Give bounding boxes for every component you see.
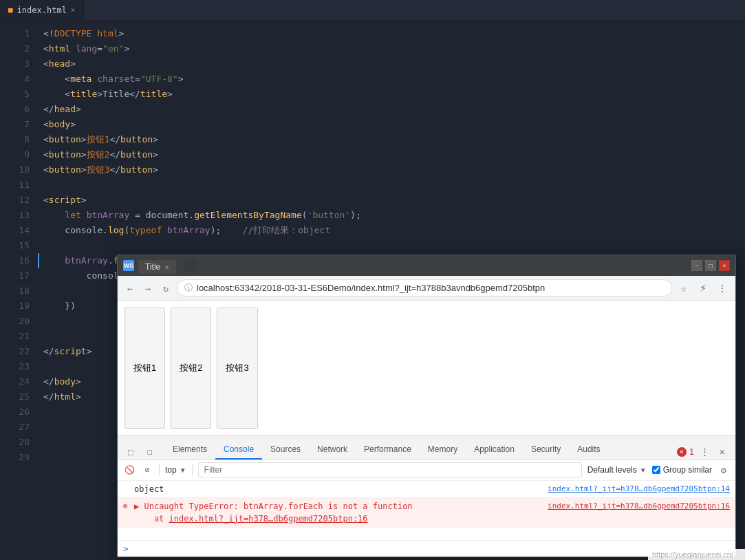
error-badge-icon: ✕ <box>677 447 687 457</box>
devtools-more-icon[interactable]: ⋮ <box>697 444 712 460</box>
level-selector[interactable]: Default levels ▼ <box>587 465 647 475</box>
page-content: 按钮1 按钮2 按钮3 <box>118 301 735 435</box>
browser-window: WS Title × − □ × ← → ↻ ⓘ ☆ ⚡ ⋮ 按钮1 按钮2 按… <box>117 255 736 557</box>
code-line: </head> <box>38 102 745 117</box>
toolbar-divider2 <box>192 464 193 476</box>
code-line: <button>按钮2</button> <box>38 147 745 162</box>
devtools-left-controls: ⬚ ☐ <box>123 444 158 460</box>
watermark: https://yueqianjuecei.cn/… <box>648 549 745 560</box>
error-source-link[interactable]: index.html?_ijt=h378…db6gpemd7205btpn:16 <box>548 500 730 513</box>
console-prompt-icon: > <box>123 543 129 554</box>
console-error-line: ⊗ ▶ Uncaught TypeError: btnArray.forEach… <box>118 498 735 528</box>
context-dropdown-icon: ▼ <box>180 466 186 474</box>
context-label: top <box>165 465 177 475</box>
page-button-2[interactable]: 按钮2 <box>171 308 211 429</box>
devtools-panel: ⬚ ☐ Elements Console Sources Network Per… <box>118 435 735 557</box>
error-badge: ✕ 1 <box>677 447 694 457</box>
code-line: <script> <box>38 193 745 208</box>
restore-button[interactable]: □ <box>705 260 716 271</box>
ssl-icon: ⓘ <box>184 282 193 294</box>
devtools-close-icon[interactable]: ✕ <box>715 444 730 460</box>
page-button-1[interactable]: 按钮1 <box>125 308 165 429</box>
clear-console-icon[interactable]: 🚫 <box>123 464 136 476</box>
tab-application[interactable]: Application <box>466 440 523 460</box>
window-controls: − □ × <box>691 260 730 271</box>
context-selector[interactable]: top ▼ <box>165 465 186 475</box>
ws-logo-icon: WS <box>123 260 134 271</box>
page-button-3[interactable]: 按钮3 <box>217 308 257 429</box>
level-label: Default levels <box>587 465 637 475</box>
editor-tab-close[interactable]: × <box>71 6 75 14</box>
devtools-right-controls: ✕ 1 ⋮ ✕ <box>677 444 730 460</box>
filter-input[interactable] <box>198 462 582 477</box>
console-input-area: > <box>118 540 735 557</box>
back-button[interactable]: ← <box>123 281 137 295</box>
refresh-button[interactable]: ↻ <box>159 281 173 295</box>
devtools-tab-bar: ⬚ ☐ Elements Console Sources Network Per… <box>118 436 735 460</box>
tab-performance[interactable]: Performance <box>356 440 420 460</box>
console-settings-icon[interactable]: ⚙ <box>717 464 730 476</box>
console-text: object <box>134 483 548 495</box>
bookmark-icon[interactable]: ☆ <box>676 281 691 296</box>
forward-button[interactable]: → <box>141 281 155 295</box>
browser-toolbar: ← → ↻ ⓘ ☆ ⚡ ⋮ <box>118 276 735 301</box>
code-line: <!DOCTYPE html> <box>38 26 745 41</box>
console-source-link[interactable]: index.html?_ijt=h378…db6gpemd7205btpn:14 <box>548 483 730 495</box>
code-line: <button>按钮3</button> <box>38 162 745 177</box>
browser-titlebar: WS Title × − □ × <box>118 255 735 276</box>
tab-console[interactable]: Console <box>215 440 262 460</box>
code-line: <head> <box>38 56 745 72</box>
new-tab-button[interactable] <box>183 259 197 272</box>
close-button[interactable]: × <box>719 260 730 271</box>
error-count: 1 <box>689 447 694 457</box>
error-at-link[interactable]: index.html?_ijt=h378…db6gpemd7205btpn:16 <box>169 514 368 524</box>
toolbar-divider <box>159 464 160 476</box>
editor-tab-label: index.html <box>17 6 67 15</box>
level-dropdown-icon: ▼ <box>640 466 647 474</box>
tab-memory[interactable]: Memory <box>420 440 466 460</box>
tab-network[interactable]: Network <box>309 440 356 460</box>
code-line: console.log(typeof btnArray); //打印结果：obj… <box>38 223 745 238</box>
minimize-button[interactable]: − <box>691 260 702 271</box>
line-numbers: 12345 678910 1112131415 1617181920 21222… <box>0 21 38 560</box>
browser-tab-title: Title <box>145 262 160 272</box>
console-toolbar: 🚫 ⊘ top ▼ Default levels ▼ Group similar… <box>118 460 735 481</box>
tab-elements[interactable]: Elements <box>164 440 215 460</box>
editor-tab[interactable]: ■ index.html × <box>0 0 84 20</box>
editor-tab-bar: ■ index.html × <box>0 0 745 21</box>
code-line: <body> <box>38 117 745 132</box>
group-similar-checkbox[interactable] <box>652 466 660 474</box>
code-line: <meta charset="UTF-8"> <box>38 72 745 87</box>
inspect-element-icon[interactable]: ⬚ <box>123 444 138 460</box>
tab-audits[interactable]: Audits <box>569 440 608 460</box>
more-menu-icon[interactable]: ⋮ <box>715 281 730 296</box>
code-line: <html lang="en"> <box>38 41 745 56</box>
code-line: <title>Title</title> <box>38 87 745 102</box>
error-triangle-icon[interactable]: ▶ <box>134 502 139 511</box>
extension-icon[interactable]: ⚡ <box>695 281 711 296</box>
tab-sources[interactable]: Sources <box>262 440 309 460</box>
group-similar-control: Group similar <box>652 465 712 475</box>
group-similar-label: Group similar <box>663 465 712 475</box>
code-line: let btnArray = document.getElementsByTag… <box>38 208 745 223</box>
code-line <box>38 238 745 253</box>
console-output: object index.html?_ijt=h378…db6gpemd7205… <box>118 481 735 541</box>
error-icon: ⊗ <box>123 500 134 513</box>
console-output-line: object index.html?_ijt=h378…db6gpemd7205… <box>118 481 735 498</box>
address-bar[interactable] <box>197 283 665 293</box>
code-line <box>38 177 745 193</box>
tab-security[interactable]: Security <box>523 440 569 460</box>
console-error-text: ▶ Uncaught TypeError: btnArray.forEach i… <box>134 500 548 525</box>
console-filter-icon[interactable]: ⊘ <box>141 464 153 476</box>
html-file-icon: ■ <box>8 6 13 14</box>
address-bar-wrapper: ⓘ <box>177 279 672 297</box>
browser-tab-close-icon[interactable]: × <box>164 263 169 272</box>
browser-tab[interactable]: Title × <box>138 260 176 274</box>
device-toggle-icon[interactable]: ☐ <box>142 444 158 460</box>
code-line: <button>按钮1</button> <box>38 132 745 147</box>
